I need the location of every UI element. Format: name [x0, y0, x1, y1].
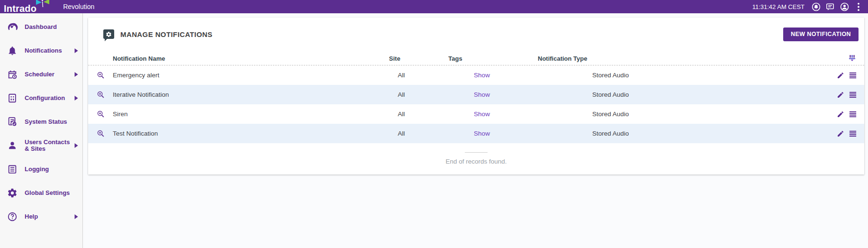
tags-show-link[interactable]: Show	[474, 110, 490, 118]
notification-type-value: Stored Audio	[536, 91, 811, 98]
sidebar-item-label: Users Contacts & Sites	[25, 139, 70, 152]
notifications-table: Notification Name Site Tags Notification…	[88, 52, 864, 143]
dragonfly-icon	[35, 0, 50, 10]
sidebar-item-label: Help	[25, 213, 38, 220]
calendar-clock-icon	[7, 69, 18, 80]
zoom-in-magnifier-icon[interactable]	[97, 110, 113, 118]
table-row: Siren All Show Stored Audio	[88, 104, 864, 124]
row-menu-icon[interactable]	[849, 111, 857, 118]
end-of-records-message: End of records found.	[88, 158, 864, 165]
help-circle-icon	[7, 211, 18, 222]
sidebar-item-label: Global Settings	[25, 190, 70, 196]
tags-show-link[interactable]: Show	[474, 91, 490, 98]
manage-notifications-panel: MANAGE NOTIFICATIONS NEW NOTIFICATION No…	[88, 18, 864, 175]
edit-pencil-icon[interactable]	[837, 91, 844, 99]
tags-show-link[interactable]: Show	[474, 72, 490, 79]
top-bar: Intrado Revolution 11:31:42 AM CEST	[0, 0, 868, 13]
end-divider	[465, 152, 488, 153]
sidebar-item-label: Logging	[25, 166, 49, 173]
site-value: All	[375, 91, 427, 98]
app-name: Revolution	[63, 3, 94, 10]
document-check-icon	[7, 116, 18, 128]
page-title: MANAGE NOTIFICATIONS	[120, 30, 212, 38]
column-header-site[interactable]: Site	[375, 55, 414, 62]
sidebar-item-help[interactable]: Help	[0, 205, 82, 229]
tags-show-link[interactable]: Show	[474, 130, 490, 137]
notification-type-value: Stored Audio	[536, 72, 811, 79]
new-notification-button[interactable]: NEW NOTIFICATION	[783, 28, 859, 41]
notification-name: Test Notification	[113, 130, 375, 137]
sidebar: Dashboard Notifications Scheduler	[0, 13, 83, 248]
sidebar-item-label: System Status	[25, 119, 67, 125]
site-value: All	[375, 110, 427, 118]
chevron-right-icon	[74, 214, 78, 219]
table-row: Emergency alert All Show Stored Audio	[88, 65, 864, 85]
column-header-tags[interactable]: Tags	[414, 55, 497, 62]
notification-name: Siren	[113, 110, 375, 118]
kebab-menu-icon[interactable]	[854, 2, 863, 11]
table-row: Iterative Notification All Show Stored A…	[88, 85, 864, 104]
site-value: All	[375, 72, 427, 79]
sidebar-item-configuration[interactable]: Configuration	[0, 86, 82, 110]
notification-name: Emergency alert	[113, 72, 375, 79]
sidebar-item-global-settings[interactable]: Global Settings	[0, 181, 82, 205]
column-header-notification-type[interactable]: Notification Type	[497, 55, 781, 62]
edit-pencil-icon[interactable]	[837, 130, 844, 138]
sidebar-item-dashboard[interactable]: Dashboard	[0, 15, 82, 39]
sidebar-item-label: Notifications	[25, 47, 62, 54]
logo-text: Intrado	[4, 3, 36, 14]
sidebar-item-label: Configuration	[25, 95, 65, 101]
account-icon[interactable]	[840, 2, 849, 11]
table-header-row: Notification Name Site Tags Notification…	[88, 52, 864, 65]
messages-icon[interactable]	[825, 2, 835, 11]
zoom-in-magnifier-icon[interactable]	[97, 129, 113, 138]
sidebar-item-system-status[interactable]: System Status	[0, 110, 82, 134]
person-icon	[7, 140, 18, 151]
clock-text: 11:31:42 AM CEST	[752, 3, 805, 10]
chevron-right-icon	[74, 48, 78, 53]
sidebar-item-label: Scheduler	[25, 71, 54, 78]
notification-name: Iterative Notification	[113, 91, 375, 98]
sidebar-item-scheduler[interactable]: Scheduler	[0, 63, 82, 86]
edit-pencil-icon[interactable]	[837, 110, 844, 118]
alarm-icon[interactable]	[811, 2, 821, 11]
sidebar-item-label: Dashboard	[25, 24, 57, 30]
sidebar-item-logging[interactable]: Logging	[0, 157, 82, 181]
bell-icon	[7, 45, 18, 56]
topbar-right: 11:31:42 AM CEST	[752, 2, 863, 11]
sidebar-item-notifications[interactable]: Notifications	[0, 39, 82, 63]
notification-type-value: Stored Audio	[536, 130, 811, 137]
table-row: Test Notification All Show Stored Audio	[88, 124, 864, 143]
intrado-logo[interactable]: Intrado	[4, 0, 50, 14]
zoom-in-magnifier-icon[interactable]	[97, 91, 113, 99]
edit-pencil-icon[interactable]	[837, 72, 844, 79]
chevron-right-icon	[74, 72, 78, 77]
log-list-icon	[7, 164, 18, 175]
chevron-right-icon	[74, 143, 78, 148]
column-header-notification-name[interactable]: Notification Name	[113, 55, 375, 62]
gear-icon	[7, 187, 18, 199]
row-menu-icon[interactable]	[849, 130, 857, 137]
zoom-in-magnifier-icon[interactable]	[97, 71, 113, 79]
row-menu-icon[interactable]	[849, 92, 857, 98]
panel-header: MANAGE NOTIFICATIONS NEW NOTIFICATION	[88, 18, 864, 41]
notification-type-value: Stored Audio	[536, 110, 811, 118]
column-filter-icon[interactable]	[781, 55, 857, 62]
sidebar-item-users-contacts-sites[interactable]: Users Contacts & Sites	[0, 134, 82, 157]
row-menu-icon[interactable]	[849, 72, 857, 79]
dashboard-gauge-icon	[7, 21, 18, 33]
notification-settings-bubble-icon	[103, 29, 114, 39]
control-panel-icon	[7, 92, 18, 104]
site-value: All	[375, 130, 427, 137]
chevron-right-icon	[74, 96, 78, 101]
